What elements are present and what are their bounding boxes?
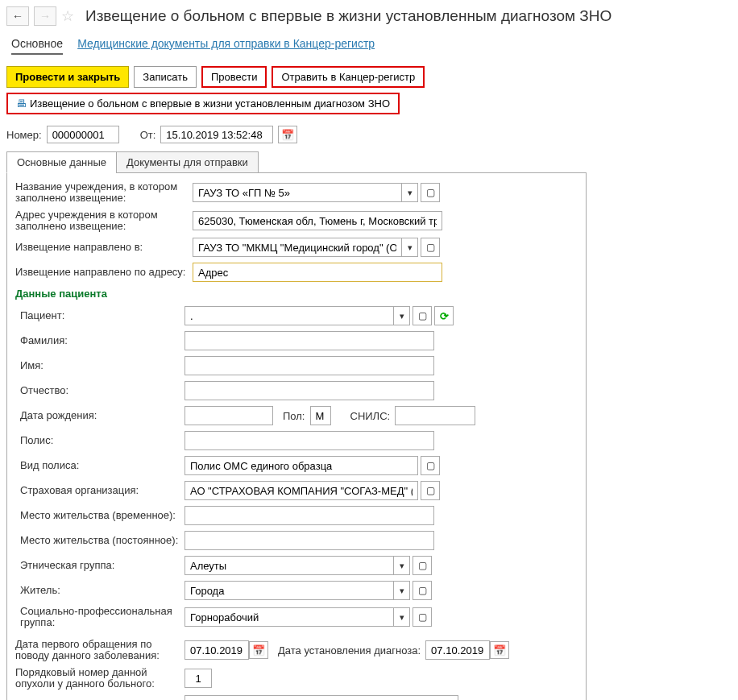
favorite-star-icon[interactable]: ☆ <box>61 7 74 25</box>
org-addr-input[interactable] <box>193 211 442 230</box>
diag-date-input[interactable] <box>425 640 490 660</box>
sent-to-label: Извещение направлено в: <box>15 242 193 253</box>
patronymic-input[interactable] <box>184 381 434 400</box>
snils-label: СНИЛС: <box>350 410 391 422</box>
policy-input[interactable] <box>184 431 434 450</box>
org-name-open-button[interactable]: ▢ <box>421 183 440 202</box>
from-date-calendar-button[interactable]: 📅 <box>278 126 297 143</box>
printer-icon: 🖶 <box>16 97 27 110</box>
first-visit-calendar-button[interactable]: 📅 <box>249 641 268 659</box>
sent-addr-label: Извещение направлено по адресу: <box>15 267 193 278</box>
policy-type-label: Вид полиса: <box>15 460 184 471</box>
panel-tab-docs[interactable]: Документы для отправки <box>116 151 259 173</box>
insurance-open-button[interactable]: ▢ <box>421 481 440 500</box>
localization-input[interactable] <box>184 695 458 700</box>
insurance-label: Страховая организация: <box>15 485 184 496</box>
post-button[interactable]: Провести <box>201 66 267 88</box>
tumor-no-input[interactable] <box>184 669 212 688</box>
name-label: Имя: <box>15 360 184 371</box>
panel-tab-main[interactable]: Основные данные <box>6 151 117 173</box>
residence-perm-label: Место жительства (постоянное): <box>15 535 184 546</box>
social-label: Социально-профессиональная группа: <box>15 606 184 628</box>
nav-forward-button[interactable]: → <box>34 6 56 26</box>
patronymic-label: Отчество: <box>15 385 184 396</box>
resident-input[interactable] <box>184 581 394 600</box>
sent-to-open-button[interactable]: ▢ <box>421 238 440 257</box>
page-title: Извещение о больном с впервые в жизни ус… <box>85 7 612 25</box>
ethnic-label: Этническая группа: <box>15 560 184 571</box>
patient-label: Пациент: <box>15 310 184 321</box>
gender-input[interactable] <box>310 406 331 425</box>
patient-refresh-button[interactable]: ⟳ <box>434 306 454 325</box>
ethnic-open-button[interactable]: ▢ <box>413 556 432 575</box>
diag-date-calendar-button[interactable]: 📅 <box>490 641 509 659</box>
patient-section-header: Данные пациента <box>15 288 578 300</box>
dob-input[interactable] <box>184 406 273 425</box>
nav-back-button[interactable]: ← <box>6 6 29 26</box>
post-and-close-button[interactable]: Провести и закрыть <box>6 66 129 88</box>
patient-input[interactable] <box>184 306 394 325</box>
first-visit-input[interactable] <box>184 640 249 660</box>
org-name-label: Название учреждения, в котором заполнено… <box>15 181 193 204</box>
resident-dropdown-button[interactable]: ▾ <box>394 581 410 600</box>
surname-input[interactable] <box>184 331 434 350</box>
dob-label: Дата рождения: <box>15 410 184 421</box>
refresh-icon: ⟳ <box>440 310 449 322</box>
name-input[interactable] <box>184 356 434 375</box>
org-addr-label: Адрес учреждения в котором заполнено изв… <box>15 209 193 232</box>
sent-to-dropdown-button[interactable]: ▾ <box>402 238 418 257</box>
insurance-input[interactable] <box>184 481 418 500</box>
gender-label: Пол: <box>283 410 305 422</box>
social-input[interactable] <box>184 607 394 627</box>
number-label: Номер: <box>6 129 42 141</box>
org-name-dropdown-button[interactable]: ▾ <box>402 183 418 202</box>
tumor-no-label: Порядковый номер данной опухоли у данног… <box>15 667 184 690</box>
save-button[interactable]: Записать <box>134 66 197 88</box>
number-input[interactable] <box>47 126 119 143</box>
policy-label: Полис: <box>15 435 184 446</box>
residence-perm-input[interactable] <box>184 531 434 550</box>
policy-type-open-button[interactable]: ▢ <box>421 456 440 475</box>
first-visit-label: Дата первого обращения по поводу данного… <box>15 639 184 661</box>
policy-type-input[interactable] <box>184 456 418 475</box>
print-notice-button[interactable]: 🖶 Извещение о больном с впервые в жизни … <box>6 93 400 114</box>
patient-open-button[interactable]: ▢ <box>413 306 432 325</box>
residence-temp-input[interactable] <box>184 506 434 525</box>
resident-label: Житель: <box>15 585 184 596</box>
send-to-registry-button[interactable]: Отравить в Канцер-регистр <box>272 66 425 88</box>
patient-dropdown-button[interactable]: ▾ <box>394 306 410 325</box>
snils-input[interactable] <box>395 406 475 425</box>
ethnic-input[interactable] <box>184 556 394 575</box>
resident-open-button[interactable]: ▢ <box>413 581 432 600</box>
section-tab-main[interactable]: Основное <box>11 34 63 55</box>
social-dropdown-button[interactable]: ▾ <box>394 607 410 627</box>
panel-body-main: Название учреждения, в котором заполнено… <box>6 172 587 700</box>
org-name-input[interactable] <box>193 183 402 202</box>
from-date-input[interactable] <box>160 126 273 143</box>
section-tab-docs[interactable]: Медицинские документы для отправки в Кан… <box>77 34 375 55</box>
residence-temp-label: Место жительства (временное): <box>15 510 184 521</box>
ethnic-dropdown-button[interactable]: ▾ <box>394 556 410 575</box>
calendar-icon: 📅 <box>281 129 294 141</box>
surname-label: Фамилия: <box>15 335 184 346</box>
from-label: От: <box>140 129 156 141</box>
diag-date-label: Дата установления диагноза: <box>278 644 421 657</box>
sent-addr-input[interactable] <box>193 263 442 282</box>
print-notice-label: Извещение о больном с впервые в жизни ус… <box>30 97 390 110</box>
social-open-button[interactable]: ▢ <box>413 607 432 627</box>
sent-to-input[interactable] <box>193 238 402 257</box>
